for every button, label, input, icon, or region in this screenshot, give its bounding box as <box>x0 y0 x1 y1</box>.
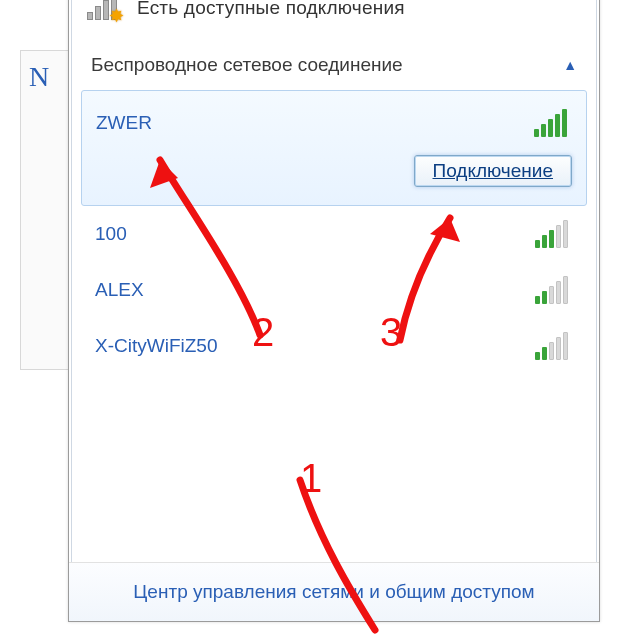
wifi-flyout-panel: ✸ Есть доступные подключения Беспроводно… <box>68 0 600 622</box>
wireless-section-title: Беспроводное сетевое соединение <box>91 54 403 76</box>
network-list: ZWER Подключение 100 ALEX X-CityWiFiZ50 <box>69 90 599 374</box>
network-name: 100 <box>95 223 127 245</box>
network-item[interactable]: ALEX <box>81 262 587 318</box>
status-text: Есть доступные подключения <box>137 0 405 19</box>
signal-icon <box>535 220 573 248</box>
cropped-letter: N <box>29 61 71 93</box>
network-item[interactable]: X-CityWiFiZ50 <box>81 318 587 374</box>
network-item[interactable]: 100 <box>81 206 587 262</box>
signal-icon <box>535 276 573 304</box>
wireless-section-header[interactable]: Беспроводное сетевое соединение ▲ <box>69 40 599 90</box>
chevron-up-icon: ▲ <box>563 57 577 73</box>
network-name: ZWER <box>96 112 152 134</box>
network-name: X-CityWiFiZ50 <box>95 335 217 357</box>
network-available-icon: ✸ <box>87 0 125 25</box>
signal-icon <box>534 109 572 137</box>
signal-icon <box>535 332 573 360</box>
network-name: ALEX <box>95 279 144 301</box>
network-item-selected[interactable]: ZWER Подключение <box>81 90 587 206</box>
network-center-link[interactable]: Центр управления сетями и общим доступом <box>69 562 599 621</box>
status-row: ✸ Есть доступные подключения <box>69 0 599 40</box>
connect-button[interactable]: Подключение <box>414 155 572 187</box>
